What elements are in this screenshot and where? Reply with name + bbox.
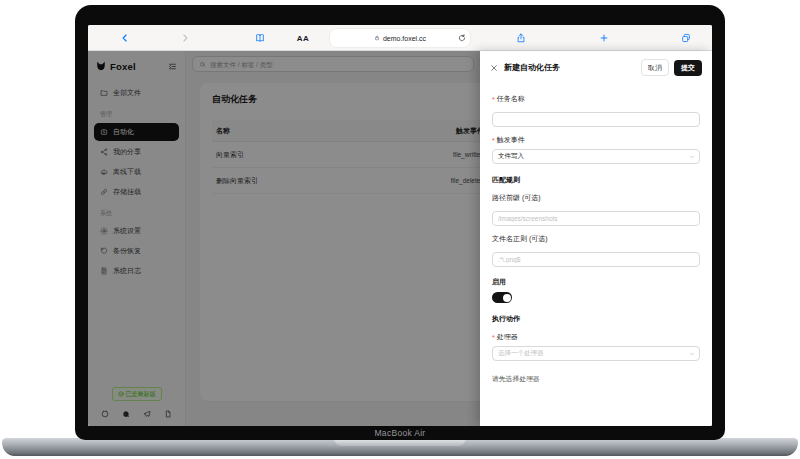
processor-helper-text: 请先选择处理器 — [492, 374, 700, 384]
back-icon[interactable] — [121, 33, 130, 42]
drawer-form: * 任务名称 * 触发事件 文件写入 — [480, 83, 712, 426]
address-bar[interactable]: demo.foxel.cc — [330, 29, 470, 47]
foxel-app: Foxel 全部文件 管理 — [88, 51, 712, 426]
task-name-label: * 任务名称 — [492, 94, 700, 104]
trigger-event-label: * 触发事件 — [492, 135, 700, 145]
reading-list-icon[interactable] — [255, 33, 265, 43]
filename-regex-input[interactable] — [492, 252, 700, 267]
processor-select[interactable]: 选择一个处理器 — [492, 346, 700, 361]
processor-placeholder: 选择一个处理器 — [498, 349, 544, 358]
new-tab-icon[interactable] — [599, 33, 609, 43]
close-icon[interactable] — [490, 64, 498, 72]
trigger-event-select[interactable]: 文件写入 — [492, 149, 700, 164]
url-text: demo.foxel.cc — [383, 35, 426, 42]
enabled-label: 启用 — [492, 277, 700, 287]
chevron-down-icon — [689, 351, 695, 357]
share-icon[interactable] — [516, 32, 526, 43]
action-section-title: 执行动作 — [492, 314, 700, 324]
tabs-icon[interactable] — [681, 33, 691, 43]
drawer-mask[interactable] — [88, 51, 480, 426]
required-mark: * — [492, 334, 495, 341]
drawer-title: 新建自动化任务 — [504, 62, 560, 73]
enabled-toggle[interactable] — [492, 292, 512, 303]
trigger-event-value: 文件写入 — [498, 152, 524, 161]
lock-icon — [374, 35, 380, 41]
path-prefix-input[interactable] — [492, 211, 700, 226]
processor-label: * 处理器 — [492, 332, 700, 342]
text-size-button[interactable]: AA — [297, 33, 310, 42]
toggle-knob — [503, 294, 511, 302]
forward-icon[interactable] — [181, 33, 190, 42]
laptop-bezel: AA demo.foxel.cc — [75, 5, 725, 440]
task-name-input[interactable] — [492, 112, 700, 127]
cancel-button[interactable]: 取消 — [641, 59, 669, 76]
reload-icon[interactable] — [458, 34, 466, 42]
chevron-down-icon — [689, 154, 695, 160]
screen: AA demo.foxel.cc — [88, 25, 712, 426]
device-label: MacBook Air — [75, 428, 725, 438]
drawer-header: 新建自动化任务 取消 提交 — [480, 51, 712, 83]
macbook-mockup: AA demo.foxel.cc — [0, 0, 800, 459]
match-rules-section-title: 匹配规则 — [492, 175, 700, 185]
required-mark: * — [492, 137, 495, 144]
laptop-base — [2, 438, 798, 456]
new-task-drawer: 新建自动化任务 取消 提交 * 任务名称 * — [480, 51, 712, 426]
safari-toolbar: AA demo.foxel.cc — [88, 25, 712, 51]
submit-button[interactable]: 提交 — [674, 60, 702, 76]
filename-regex-label: 文件名正则 (可选) — [492, 234, 700, 244]
required-mark: * — [492, 96, 495, 103]
path-prefix-label: 路径前缀 (可选) — [492, 193, 700, 203]
